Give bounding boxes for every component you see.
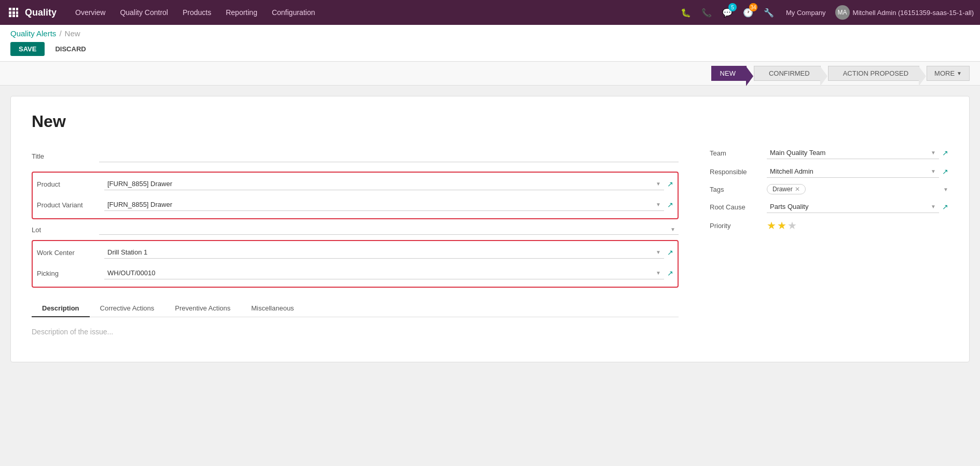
toolbar: SAVE DISCARD (10, 42, 970, 59)
svg-rect-7 (12, 15, 15, 17)
clock-icon[interactable]: 🕐 34 (740, 5, 756, 20)
product-variant-dropdown-arrow: ▼ (656, 202, 661, 207)
tags-dropdown-arrow: ▼ (943, 187, 948, 192)
responsible-external-link-icon[interactable]: ↗ (942, 167, 948, 176)
team-select[interactable]: Main Quality Team ▼ (767, 147, 939, 159)
svg-rect-4 (12, 11, 15, 14)
bug-icon[interactable]: 🐛 (678, 5, 694, 20)
team-row: Team Main Quality Team ▼ ↗ (710, 147, 948, 159)
form-right: Team Main Quality Team ▼ ↗ Responsible (710, 147, 948, 346)
lot-input[interactable]: ▼ (99, 224, 679, 235)
responsible-select[interactable]: Mitchell Admin ▼ (767, 165, 939, 178)
company-name: My Company (786, 9, 826, 17)
priority-row: Priority ★ ★ ★ (710, 219, 948, 232)
user-name: Mitchell Admin (16151359-saas-15-1-all) (853, 9, 974, 17)
product-variant-field-value: [FURN_8855] Drawer ▼ ↗ (104, 199, 673, 211)
tag-drawer: Drawer ✕ (767, 184, 806, 194)
priority-stars: ★ ★ ★ (767, 219, 797, 232)
team-label: Team (710, 149, 767, 157)
breadcrumb-current: New (65, 29, 80, 38)
star-1[interactable]: ★ (767, 219, 776, 232)
product-external-link-icon[interactable]: ↗ (667, 180, 673, 188)
top-navigation: Quality Overview Quality Control Product… (0, 0, 980, 25)
wrench-icon[interactable]: 🔧 (761, 5, 777, 20)
nav-overview[interactable]: Overview (69, 5, 112, 20)
workcenter-input[interactable]: Drill Station 1 ▼ (104, 246, 664, 259)
clock-badge: 34 (749, 3, 757, 11)
user-menu[interactable]: MA Mitchell Admin (16151359-saas-15-1-al… (835, 5, 974, 20)
breadcrumb-separator: / (59, 29, 61, 38)
product-group: Product [FURN_8855] Drawer ▼ ↗ Product V… (32, 172, 679, 219)
root-cause-dropdown-arrow: ▼ (931, 204, 936, 209)
product-variant-external-link-icon[interactable]: ↗ (667, 201, 673, 209)
workcenter-external-link-icon[interactable]: ↗ (667, 248, 673, 257)
team-dropdown-arrow: ▼ (931, 150, 936, 156)
workcenter-row: Work Center Drill Station 1 ▼ ↗ (37, 243, 673, 262)
picking-external-link-icon[interactable]: ↗ (667, 269, 673, 277)
team-field-value: Main Quality Team ▼ ↗ (767, 147, 948, 159)
discard-button[interactable]: DISCARD (49, 42, 92, 56)
product-field-value: [FURN_8855] Drawer ▼ ↗ (104, 178, 673, 190)
root-cause-field-value: Parts Quality ▼ ↗ (767, 201, 948, 213)
root-cause-external-link-icon[interactable]: ↗ (942, 203, 948, 211)
tab-miscellaneous[interactable]: Miscellaneous (241, 300, 304, 317)
nav-products[interactable]: Products (176, 5, 217, 20)
responsible-dropdown-arrow: ▼ (931, 168, 936, 174)
star-2[interactable]: ★ (777, 219, 786, 232)
tags-label: Tags (710, 186, 767, 193)
breadcrumb-parent[interactable]: Quality Alerts (10, 29, 56, 38)
workcenter-label: Work Center (37, 249, 104, 257)
title-label: Title (32, 152, 99, 160)
svg-rect-2 (16, 8, 18, 10)
product-row: Product [FURN_8855] Drawer ▼ ↗ (37, 175, 673, 193)
chat-badge: 5 (728, 3, 737, 11)
tags-row: Tags Drawer ✕ ▼ (710, 184, 948, 194)
chat-icon[interactable]: 💬 5 (720, 5, 735, 20)
product-input[interactable]: [FURN_8855] Drawer ▼ (104, 178, 664, 190)
picking-input[interactable]: WH/OUT/00010 ▼ (104, 267, 664, 279)
tab-content-description: Description of the issue... (32, 317, 679, 346)
lot-dropdown-arrow: ▼ (670, 227, 675, 232)
product-variant-label: Product Variant (37, 201, 104, 209)
svg-rect-3 (9, 11, 11, 14)
lot-field-value: ▼ (99, 224, 679, 235)
lot-label: Lot (32, 226, 99, 234)
svg-rect-5 (16, 11, 18, 14)
workcenter-field-value: Drill Station 1 ▼ ↗ (104, 246, 673, 259)
picking-row: Picking WH/OUT/00010 ▼ ↗ (37, 264, 673, 283)
save-button[interactable]: SAVE (10, 42, 45, 56)
breadcrumb: Quality Alerts / New (10, 29, 970, 38)
description-placeholder[interactable]: Description of the issue... (32, 328, 113, 336)
phone-icon[interactable]: 📞 (699, 5, 714, 20)
form-title: New (32, 112, 948, 131)
responsible-field-value: Mitchell Admin ▼ ↗ (767, 165, 948, 178)
product-dropdown-arrow: ▼ (656, 181, 661, 187)
tag-remove-icon[interactable]: ✕ (795, 186, 800, 193)
tab-corrective-actions[interactable]: Corrective Actions (90, 300, 165, 317)
star-3[interactable]: ★ (788, 219, 797, 232)
picking-field-value: WH/OUT/00010 ▼ ↗ (104, 267, 673, 279)
nav-configuration[interactable]: Configuration (266, 5, 321, 20)
workcenter-dropdown-arrow: ▼ (656, 249, 661, 255)
product-variant-row: Product Variant [FURN_8855] Drawer ▼ ↗ (37, 195, 673, 214)
title-input[interactable] (99, 150, 679, 162)
picking-label: Picking (37, 270, 104, 277)
product-variant-input[interactable]: [FURN_8855] Drawer ▼ (104, 199, 664, 211)
nav-quality-control[interactable]: Quality Control (114, 5, 174, 20)
nav-reporting[interactable]: Reporting (219, 5, 264, 20)
status-more-button[interactable]: MORE ▼ (927, 66, 970, 81)
status-confirmed[interactable]: CONFIRMED (754, 66, 821, 81)
team-external-link-icon[interactable]: ↗ (942, 149, 948, 157)
more-chevron-icon: ▼ (957, 70, 962, 76)
tab-description[interactable]: Description (32, 300, 90, 317)
root-cause-row: Root Cause Parts Quality ▼ ↗ (710, 201, 948, 213)
subheader: Quality Alerts / New SAVE DISCARD (0, 25, 980, 62)
grid-menu-icon[interactable] (6, 5, 21, 20)
root-cause-select[interactable]: Parts Quality ▼ (767, 201, 939, 213)
tab-preventive-actions[interactable]: Preventive Actions (164, 300, 241, 317)
status-action-proposed[interactable]: ACTION PROPOSED (828, 66, 919, 81)
priority-label: Priority (710, 222, 767, 230)
app-name: Quality (25, 7, 57, 18)
form-left: Title Product [FURN_8855] Drawer ▼ ↗ (32, 147, 679, 346)
status-new[interactable]: NEW (711, 66, 747, 81)
